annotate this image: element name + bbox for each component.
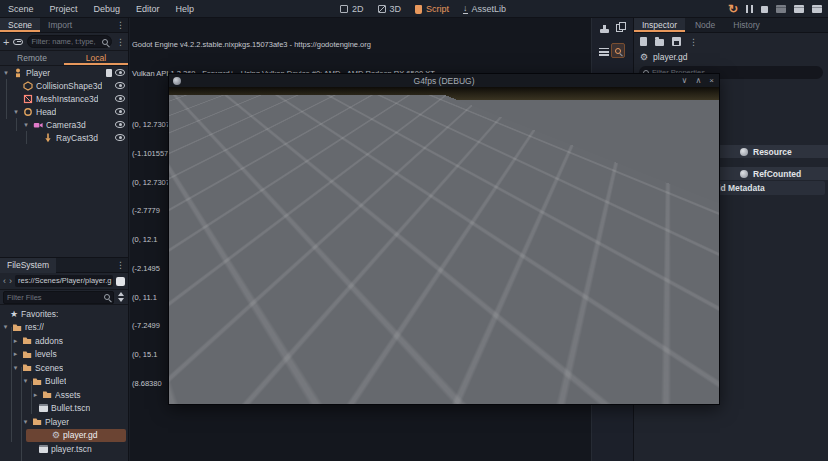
folder-icon	[22, 336, 32, 345]
tree-row-raycast3d[interactable]: RayCast3d	[0, 131, 128, 144]
fs-row-bullet-tscn[interactable]: Bullet.tscn	[0, 402, 128, 416]
tab-import[interactable]: Import	[40, 18, 80, 32]
fs-row-levels[interactable]: ▸ levels	[0, 348, 128, 362]
scene-filter	[27, 35, 112, 48]
search-output-button[interactable]	[611, 43, 625, 58]
tab-3d-label: 3D	[390, 4, 402, 14]
tab-2d[interactable]: 2D	[340, 4, 364, 14]
menu-scene[interactable]: Scene	[0, 0, 42, 18]
fs-row-player-tscn[interactable]: player.tscn	[0, 442, 128, 456]
expand-icon[interactable]: ▸	[32, 391, 39, 399]
scene-filter-input[interactable]	[31, 37, 100, 46]
movie-maker-button[interactable]	[812, 5, 822, 13]
scene-dock-menu-icon[interactable]: ⋮	[116, 18, 128, 32]
visibility-eye-icon[interactable]	[115, 108, 125, 115]
replay-button[interactable]: ↻	[728, 3, 738, 15]
expand-icon[interactable]: ▸	[12, 337, 19, 345]
tab-3d[interactable]: 3D	[378, 4, 402, 14]
tab-inspector[interactable]: Inspector	[634, 18, 685, 32]
tab-filesystem[interactable]: FileSystem	[0, 258, 56, 273]
minimize-icon[interactable]: ∨	[682, 76, 688, 85]
scene-file-icon	[39, 445, 48, 453]
tab-script[interactable]: Script	[415, 4, 449, 14]
fs-row-favorites[interactable]: ★ Favorites:	[0, 307, 128, 321]
collapse-icon[interactable]: ▾	[12, 108, 20, 116]
fs-row-bullet[interactable]: ▾ Bullet	[0, 375, 128, 389]
inspector-toolbar: ⋮	[634, 33, 828, 50]
collapse-icon[interactable]: ▾	[2, 323, 9, 331]
menu-project[interactable]: Project	[42, 0, 86, 18]
filesystem-menu-icon[interactable]: ⋮	[116, 260, 128, 270]
2d-icon	[340, 5, 348, 13]
clear-icon	[603, 25, 606, 29]
menu-editor[interactable]: Editor	[128, 0, 168, 18]
fs-row-res[interactable]: ▾ res://	[0, 321, 128, 335]
collapse-icon[interactable]: ▾	[12, 364, 19, 372]
gdscript-gear-icon: ⚙	[640, 53, 648, 62]
fs-row-player-folder[interactable]: ▾ Player	[0, 415, 128, 429]
fs-row-player-gd[interactable]: ⚙ player.gd	[26, 429, 126, 443]
tree-row-collisionshape3d[interactable]: CollisionShape3d	[0, 79, 128, 92]
filesystem-breadcrumb: ‹ › res://Scenes/Player/player.g	[0, 273, 128, 290]
game-viewport[interactable]	[169, 87, 719, 404]
camera-icon	[33, 120, 43, 130]
save-resource-icon[interactable]	[672, 37, 681, 46]
close-icon[interactable]: ×	[709, 76, 714, 85]
remote-tab[interactable]: Remote	[0, 51, 64, 65]
sort-icon[interactable]	[117, 292, 125, 302]
expand-icon[interactable]: ▸	[12, 350, 19, 358]
tree-row-player[interactable]: ▾ Player	[0, 66, 128, 79]
fs-label: addons	[35, 336, 63, 346]
toggle-split-icon[interactable]	[116, 277, 125, 286]
filter-messages-button[interactable]	[598, 46, 610, 58]
node3d-icon	[23, 107, 33, 117]
tree-guide	[16, 118, 17, 131]
copy-output-button[interactable]	[613, 22, 625, 34]
inspected-object-name: player.gd	[653, 52, 688, 62]
visibility-eye-icon[interactable]	[115, 69, 125, 76]
maximize-icon[interactable]: ∧	[695, 76, 701, 85]
instance-scene-icon[interactable]	[13, 39, 23, 45]
play-scene-button[interactable]	[776, 5, 786, 13]
inspector-menu-icon[interactable]: ⋮	[689, 37, 698, 47]
tab-history[interactable]: History	[725, 18, 767, 32]
pause-button[interactable]	[746, 5, 753, 13]
nav-back-icon[interactable]: ‹	[3, 276, 6, 286]
stop-button[interactable]	[761, 6, 768, 13]
collapse-icon[interactable]: ▾	[22, 121, 30, 129]
tree-row-meshinstance3d[interactable]: MeshInstance3d	[0, 92, 128, 105]
clear-output-button[interactable]	[598, 23, 610, 35]
visibility-eye-icon[interactable]	[115, 95, 125, 102]
nav-forward-icon[interactable]: ›	[9, 276, 12, 286]
file-filter-input[interactable]	[7, 293, 102, 302]
collapse-icon[interactable]: ▾	[2, 69, 10, 77]
scene-dock: Scene Import ⋮ + ⋮ Remote Local ▾ Player	[0, 18, 129, 257]
visibility-eye-icon[interactable]	[115, 82, 125, 89]
visibility-eye-icon[interactable]	[115, 121, 125, 128]
play-custom-scene-button[interactable]	[794, 5, 804, 13]
add-node-button[interactable]: +	[3, 37, 9, 47]
tab-node[interactable]: Node	[687, 18, 723, 32]
visibility-eye-icon[interactable]	[115, 134, 125, 141]
tree-row-head[interactable]: ▾ Head	[0, 105, 128, 118]
fs-row-addons[interactable]: ▸ addons	[0, 334, 128, 348]
new-resource-icon[interactable]	[640, 37, 647, 46]
attached-script-icon[interactable]	[106, 69, 112, 77]
load-resource-icon[interactable]	[655, 39, 664, 46]
inspected-object-row[interactable]: ⚙ player.gd	[634, 50, 828, 64]
collapse-icon[interactable]: ▾	[22, 418, 29, 426]
fs-row-scenes[interactable]: ▾ Scenes	[0, 361, 128, 375]
breadcrumb-path[interactable]: res://Scenes/Player/player.g	[15, 275, 113, 287]
tab-scene[interactable]: Scene	[0, 18, 40, 32]
tree-row-camera3d[interactable]: ▾ Camera3d	[0, 118, 128, 131]
fs-row-assets[interactable]: ▸ Assets	[0, 388, 128, 402]
scene-toolbar-menu-icon[interactable]: ⋮	[116, 37, 125, 47]
fs-label: levels	[35, 349, 57, 359]
menu-help[interactable]: Help	[168, 0, 203, 18]
mesh-instance-icon	[23, 94, 33, 104]
local-tab[interactable]: Local	[64, 51, 128, 65]
game-window-titlebar[interactable]: G4fps (DEBUG) ∨ ∧ ×	[169, 74, 719, 87]
tab-assetlib[interactable]: ↓AssetLib	[463, 4, 506, 14]
collapse-icon[interactable]: ▾	[22, 377, 29, 385]
menu-debug[interactable]: Debug	[86, 0, 129, 18]
